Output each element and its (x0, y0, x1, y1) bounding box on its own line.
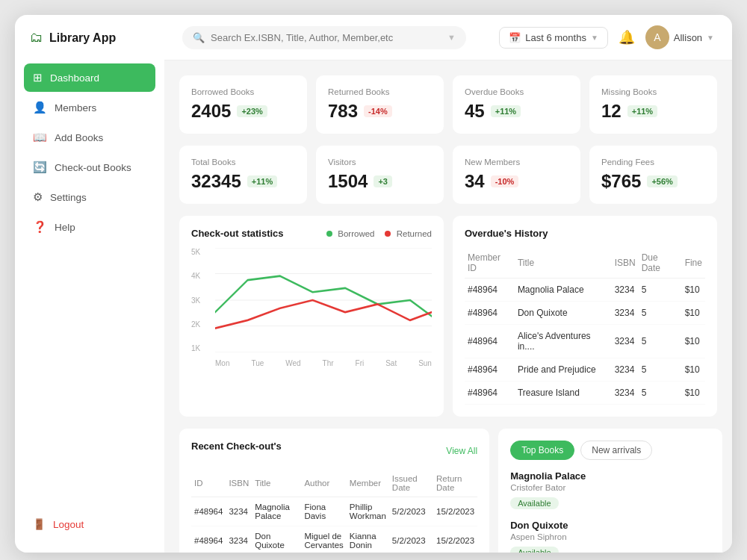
bottom-row: Recent Check-out's View All ID ISBN Titl… (179, 429, 717, 553)
table-row: #48964Don Quixote32345$10 (465, 302, 705, 325)
col-return: Return Date (433, 470, 477, 497)
col-author: Author (301, 470, 346, 497)
stat-value-fees: $765 (601, 171, 641, 192)
stat-label-members: New Members (465, 158, 568, 167)
table-cell: #48964 (465, 302, 515, 325)
stat-card-fees: Pending Fees $765 +56% (589, 146, 717, 204)
overdues-title: Overdue's History (465, 228, 705, 239)
sidebar-item-help[interactable]: ❓ Help (24, 213, 155, 241)
logo-icon: 🗂 (30, 30, 43, 46)
col-member: Member (347, 470, 389, 497)
chart-title: Check-out statistics (191, 228, 284, 239)
table-cell: 5 (639, 279, 682, 302)
checkouts-card: Recent Check-out's View All ID ISBN Titl… (179, 429, 489, 553)
header: 🔍 ▼ 📅 Last 6 months ▼ 🔔 A Allison ▼ (164, 15, 732, 60)
col-id: ID (191, 470, 226, 497)
legend-returned: Returned (385, 229, 432, 238)
table-cell: #48964 (191, 497, 226, 526)
date-filter[interactable]: 📅 Last 6 months ▼ (499, 27, 608, 49)
col-issued: Issued Date (389, 470, 433, 497)
sidebar-item-members[interactable]: 👤 Members (24, 93, 155, 122)
sidebar-label-settings: Settings (50, 192, 87, 203)
stat-label-returned: Returned Books (328, 87, 432, 96)
notifications-icon[interactable]: 🔔 (619, 29, 635, 46)
stat-label-fees: Pending Fees (601, 158, 705, 167)
table-cell: 5 (639, 325, 682, 358)
table-cell: Phillip Workman (347, 497, 389, 526)
stat-badge-overdue: +11% (491, 105, 521, 117)
table-cell: 3234 (612, 325, 639, 358)
sidebar-item-checkout-books[interactable]: 🔄 Check-out Books (24, 153, 155, 181)
table-cell: #48964 (465, 382, 515, 405)
topbooks-tabs: Top Books New arrivals (510, 441, 710, 460)
chart-area: 5K 4K 3K 2K 1K (191, 248, 432, 367)
user-avatar[interactable]: A Allison ▼ (645, 25, 714, 49)
app-container: 🗂 Library App ⊞ Dashboard 👤 Members 📖 Ad… (15, 15, 732, 553)
tab-new-arrivals[interactable]: New arrivals (580, 441, 652, 460)
table-cell: 3234 (612, 358, 639, 382)
status-badge: Available (510, 547, 558, 553)
tab-top-books[interactable]: Top Books (510, 441, 574, 460)
table-cell: $10 (682, 382, 705, 405)
chevron-down-icon: ▼ (447, 33, 456, 42)
sidebar-item-dashboard[interactable]: ⊞ Dashboard (24, 63, 155, 92)
stats-row-2: Total Books 32345 +11% Visitors 1504 +3 … (179, 146, 717, 204)
list-item: Magnolia Palace Cristofer Bator Availabl… (510, 470, 710, 509)
table-row: #48964Pride and Prejudice32345$10 (465, 358, 705, 382)
search-input[interactable] (211, 32, 441, 43)
col-due-date: Due Date (639, 248, 682, 279)
returned-dot (385, 231, 391, 237)
mid-row: Check-out statistics Borrowed Returned (179, 216, 717, 417)
table-cell: 5 (639, 358, 682, 382)
table-cell: 5/2/2023 (389, 497, 433, 526)
view-all-button[interactable]: View All (446, 446, 477, 456)
user-chevron-icon: ▼ (707, 34, 714, 42)
logout-button[interactable]: 🚪 Logout (24, 511, 155, 538)
book-title: Magnolia Palace (510, 470, 710, 482)
legend-borrowed: Borrowed (326, 229, 374, 238)
stat-value-overdue: 45 (465, 101, 485, 122)
table-cell: $10 (682, 358, 705, 382)
table-cell: Fiona Davis (301, 497, 346, 526)
topbooks-list: Magnolia Palace Cristofer Bator Availabl… (510, 470, 710, 553)
stats-row-1: Borrowed Books 2405 +23% Returned Books … (179, 75, 717, 134)
stat-card-returned: Returned Books 783 -14% (316, 75, 444, 134)
logout-label: Logout (53, 519, 84, 530)
stat-badge-fees: +56% (647, 175, 677, 187)
table-row: #489643234Don QuixoteMiguel de Cervantes… (191, 526, 477, 553)
col-title: Title (252, 470, 301, 497)
stat-value-returned: 783 (328, 101, 358, 122)
checkouts-title: Recent Check-out's (191, 441, 282, 452)
table-cell: #48964 (465, 358, 515, 382)
stat-badge-total: +11% (247, 175, 277, 187)
table-cell: 3234 (612, 382, 639, 405)
table-cell: Treasure Island (515, 382, 612, 405)
chart-legend: Borrowed Returned (326, 229, 432, 238)
col-member-id: Member ID (465, 248, 515, 279)
stat-label-visitors: Visitors (328, 158, 432, 167)
stat-card-members: New Members 34 -10% (453, 146, 580, 204)
table-cell: 5/2/2023 (389, 526, 433, 553)
table-cell: 3234 (612, 302, 639, 325)
table-row: #48964Treasure Island32345$10 (465, 382, 705, 405)
help-icon: ❓ (33, 220, 47, 234)
table-cell: $10 (682, 279, 705, 302)
sidebar-label-help: Help (55, 222, 75, 233)
sidebar-item-settings[interactable]: ⚙ Settings (24, 183, 155, 211)
borrowed-dot (326, 231, 332, 237)
col-isbn: ISBN (226, 470, 252, 497)
stat-badge-members: -10% (491, 175, 519, 187)
sidebar-item-add-books[interactable]: 📖 Add Books (24, 123, 155, 152)
table-cell: #48964 (465, 325, 515, 358)
col-fine: Fine (682, 248, 705, 279)
stat-value-missing: 12 (601, 101, 622, 122)
sidebar-nav: ⊞ Dashboard 👤 Members 📖 Add Books 🔄 Chec… (15, 63, 164, 511)
stat-value-total: 32345 (191, 171, 241, 192)
overdues-table: Member ID Title ISBN Due Date Fine #4896… (465, 248, 705, 405)
table-cell: 5 (639, 382, 682, 405)
search-bar[interactable]: 🔍 ▼ (182, 26, 466, 49)
table-cell: 3234 (226, 526, 252, 553)
stat-card-total: Total Books 32345 +11% (179, 146, 307, 204)
sidebar-label-add-books: Add Books (55, 132, 103, 143)
table-cell: #48964 (465, 279, 515, 302)
